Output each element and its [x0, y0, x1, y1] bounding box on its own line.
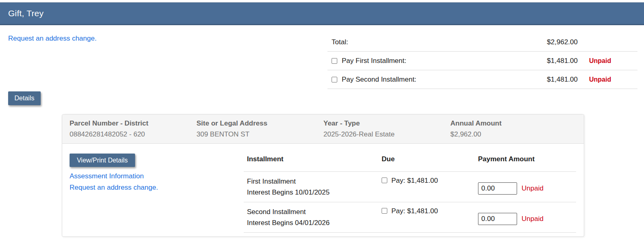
site-address-field: Site or Legal Address 309 BENTON ST — [196, 119, 323, 143]
pay-first-installment-checkbox[interactable] — [332, 58, 337, 64]
table-row-second-installment: Second Installment Interest Begins 04/01… — [244, 202, 576, 233]
due-cell: Pay: $1,481.00 — [377, 172, 472, 202]
annual-amount-value: $2,962.00 — [450, 130, 577, 139]
view-print-details-button[interactable]: View/Print Details — [70, 154, 135, 167]
installment-name: First Installment — [247, 176, 377, 187]
row-pay-second-label: Pay: $1,481.00 — [391, 207, 438, 215]
installment-name-cell: First Installment Interest Begins 10/01/… — [244, 172, 377, 202]
panel-request-address-change-link[interactable]: Request an address change. — [70, 184, 158, 192]
column-header-payment-amount: Payment Amount — [472, 155, 576, 163]
parcel-summary-header: Parcel Number - District 088426281482052… — [62, 115, 584, 144]
second-installment-status-badge: Unpaid — [578, 76, 637, 83]
first-payment-amount-input[interactable] — [478, 182, 517, 195]
year-type-label: Year - Type — [323, 119, 450, 128]
first-installment-amount: $1,481.00 — [541, 57, 578, 65]
total-label: Total: — [327, 38, 541, 46]
parcel-number-label: Parcel Number - District — [70, 119, 196, 128]
table-row-first-installment: First Installment Interest Begins 10/01/… — [244, 172, 576, 202]
first-installment-status-badge: Unpaid — [578, 57, 637, 65]
annual-amount-field: Annual Amount $2,962.00 — [450, 119, 577, 143]
assessment-information-link[interactable]: Assessment Information — [70, 172, 144, 180]
row-second-status-badge: Unpaid — [522, 215, 544, 223]
parcel-number-field: Parcel Number - District 088426281482052… — [70, 119, 196, 143]
details-button[interactable]: Details — [8, 91, 41, 105]
interest-begins-note: Interest Begins 04/01/2026 — [247, 217, 377, 228]
tax-payment-page: Gift, Trey Request an address change. To… — [0, 0, 644, 249]
first-installment-summary-row: Pay First Installment: $1,481.00 Unpaid — [327, 52, 637, 70]
row-pay-first-checkbox[interactable] — [382, 178, 387, 183]
installments-table-header: Installment Due Payment Amount — [244, 155, 576, 172]
payment-amount-cell: Unpaid — [472, 202, 576, 232]
column-header-due: Due — [377, 155, 472, 163]
parcel-actions: View/Print Details Assessment Informatio… — [70, 154, 232, 195]
installment-name-cell: Second Installment Interest Begins 04/01… — [244, 202, 377, 232]
site-address-value: 309 BENTON ST — [196, 130, 323, 139]
pay-first-installment-label: Pay First Installment: — [342, 57, 406, 65]
second-payment-amount-input[interactable] — [478, 213, 517, 225]
parcel-number-value: 088426281482052 - 620 — [70, 130, 196, 139]
payment-summary: Total: $2,962.00 Pay First Installment: … — [327, 33, 637, 89]
second-installment-amount: $1,481.00 — [541, 76, 578, 84]
total-amount: $2,962.00 — [541, 38, 578, 46]
taxpayer-name: Gift, Trey — [8, 9, 44, 18]
parcel-details-panel: Parcel Number - District 088426281482052… — [62, 114, 584, 237]
column-header-installment: Installment — [244, 155, 377, 163]
taxpayer-title-bar: Gift, Trey — [0, 2, 644, 25]
installments-table: Installment Due Payment Amount First Ins… — [244, 155, 576, 233]
annual-amount-label: Annual Amount — [450, 119, 577, 128]
interest-begins-note: Interest Begins 10/01/2025 — [247, 187, 377, 198]
row-first-status-badge: Unpaid — [522, 184, 544, 193]
year-type-value: 2025-2026-Real Estate — [323, 130, 450, 139]
row-pay-first-label: Pay: $1,481.00 — [391, 177, 438, 185]
payment-amount-cell: Unpaid — [472, 172, 576, 202]
parcel-details-body: View/Print Details Assessment Informatio… — [62, 144, 584, 236]
site-address-label: Site or Legal Address — [196, 119, 323, 128]
due-cell: Pay: $1,481.00 — [377, 202, 472, 232]
total-row: Total: $2,962.00 — [327, 33, 637, 52]
pay-second-installment-checkbox[interactable] — [332, 77, 337, 82]
pay-second-installment-label: Pay Second Installment: — [342, 76, 416, 84]
second-installment-summary-row: Pay Second Installment: $1,481.00 Unpaid — [327, 70, 637, 89]
row-pay-second-checkbox[interactable] — [382, 208, 387, 214]
installment-name: Second Installment — [247, 206, 377, 217]
year-type-field: Year - Type 2025-2026-Real Estate — [323, 119, 450, 143]
request-address-change-link[interactable]: Request an address change. — [8, 35, 96, 43]
